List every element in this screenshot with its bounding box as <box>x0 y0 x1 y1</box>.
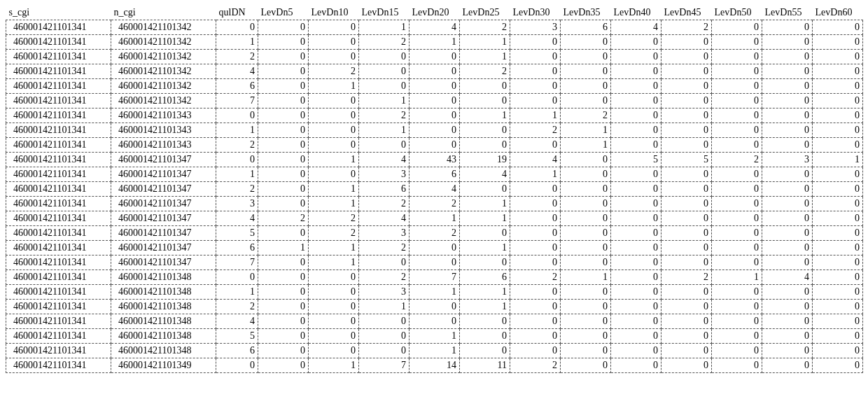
cell-value: 0 <box>460 138 510 153</box>
cell-value: 0 <box>662 300 712 314</box>
cell-value: 0 <box>813 344 863 358</box>
cell-value: 0 <box>561 153 611 167</box>
cell-id: 460001421101342 <box>111 79 216 94</box>
cell-value: 0 <box>410 50 460 64</box>
cell-value: 1 <box>460 35 510 50</box>
cell-id: 460001421101341 <box>6 64 111 79</box>
cell-value: 0 <box>662 285 712 300</box>
cell-value: 0 <box>611 94 662 108</box>
cell-value: 6 <box>216 79 258 94</box>
table-row: 4600014211013414600014211013424020020000… <box>6 64 863 79</box>
cell-value: 1 <box>258 241 309 255</box>
cell-value: 0 <box>813 64 863 79</box>
cell-value: 0 <box>813 35 863 50</box>
col-LevDn5: LevDn5 <box>258 6 309 20</box>
cell-value: 0 <box>762 182 813 197</box>
cell-value: 6 <box>359 182 410 197</box>
cell-value: 0 <box>813 138 863 153</box>
cell-value: 2 <box>410 226 460 241</box>
cell-value: 0 <box>611 270 662 285</box>
cell-value: 0 <box>258 300 309 314</box>
cell-value: 3 <box>510 20 561 35</box>
cell-value: 0 <box>460 255 510 270</box>
cell-value: 0 <box>258 123 309 138</box>
table-row: 4600014211013414600014211013486000100000… <box>6 344 863 358</box>
cell-value: 0 <box>510 35 561 50</box>
col-LevDn30: LevDn30 <box>510 6 561 20</box>
cell-value: 0 <box>510 314 561 329</box>
cell-id: 460001421101347 <box>111 153 216 167</box>
cell-value: 0 <box>258 50 309 64</box>
cell-value: 4 <box>359 211 410 226</box>
cell-value: 0 <box>611 79 662 94</box>
cell-value: 0 <box>662 314 712 329</box>
cell-value: 0 <box>258 329 309 344</box>
cell-value: 6 <box>410 167 460 182</box>
cell-value: 0 <box>813 358 863 373</box>
table-row: 4600014211013414600014211013430002011200… <box>6 108 863 123</box>
cell-value: 1 <box>712 270 762 285</box>
cell-value: 0 <box>712 344 762 358</box>
table-row: 4600014211013414600014211013431001002100… <box>6 123 863 138</box>
cell-value: 0 <box>258 94 309 108</box>
cell-value: 1 <box>410 329 460 344</box>
cell-value: 2 <box>359 270 410 285</box>
cell-value: 0 <box>410 300 460 314</box>
table-row: 4600014211013414600014211013471003641000… <box>6 167 863 182</box>
cell-id: 460001421101341 <box>6 211 111 226</box>
cell-value: 0 <box>309 20 359 35</box>
cell-value: 0 <box>561 50 611 64</box>
cell-value: 1 <box>410 211 460 226</box>
cell-value: 0 <box>712 226 762 241</box>
cell-value: 0 <box>460 182 510 197</box>
cell-id: 460001421101341 <box>6 241 111 255</box>
table-row: 4600014211013414600014211013480002762102… <box>6 270 863 285</box>
cell-id: 460001421101341 <box>6 20 111 35</box>
cell-value: 3 <box>359 226 410 241</box>
col-LevDn55: LevDn55 <box>762 6 813 20</box>
cell-value: 0 <box>258 255 309 270</box>
cell-value: 0 <box>510 50 561 64</box>
cell-value: 0 <box>258 270 309 285</box>
cell-value: 0 <box>216 20 258 35</box>
cell-value: 2 <box>258 211 309 226</box>
cell-value: 7 <box>216 255 258 270</box>
cell-value: 1 <box>309 79 359 94</box>
cell-value: 0 <box>712 94 762 108</box>
cell-value: 0 <box>662 241 712 255</box>
cell-value: 0 <box>762 94 813 108</box>
cell-value: 0 <box>359 79 410 94</box>
cell-value: 1 <box>309 241 359 255</box>
cell-id: 460001421101341 <box>6 358 111 373</box>
cell-value: 0 <box>712 108 762 123</box>
cell-value: 0 <box>258 64 309 79</box>
cell-value: 0 <box>662 94 712 108</box>
cell-value: 0 <box>712 79 762 94</box>
table-row: 4600014211013414600014211013481003110000… <box>6 285 863 300</box>
cell-id: 460001421101347 <box>111 167 216 182</box>
cell-value: 0 <box>611 255 662 270</box>
cell-value: 0 <box>611 285 662 300</box>
cell-value: 0 <box>460 344 510 358</box>
cell-id: 460001421101341 <box>6 270 111 285</box>
cell-value: 0 <box>510 241 561 255</box>
cell-id: 460001421101341 <box>6 344 111 358</box>
cell-value: 0 <box>460 226 510 241</box>
cell-value: 0 <box>359 344 410 358</box>
cell-value: 3 <box>216 197 258 211</box>
cell-value: 0 <box>813 197 863 211</box>
cell-value: 0 <box>662 64 712 79</box>
cell-value: 0 <box>216 270 258 285</box>
cell-value: 0 <box>460 329 510 344</box>
cell-id: 460001421101342 <box>111 50 216 64</box>
cell-id: 460001421101342 <box>111 94 216 108</box>
cell-value: 0 <box>510 197 561 211</box>
cell-id: 460001421101341 <box>6 300 111 314</box>
cell-value: 2 <box>216 50 258 64</box>
cell-value: 4 <box>762 270 813 285</box>
cell-value: 1 <box>309 153 359 167</box>
cell-value: 2 <box>216 300 258 314</box>
cell-value: 2 <box>359 241 410 255</box>
col-LevDn20: LevDn20 <box>410 6 460 20</box>
cell-id: 460001421101341 <box>6 255 111 270</box>
